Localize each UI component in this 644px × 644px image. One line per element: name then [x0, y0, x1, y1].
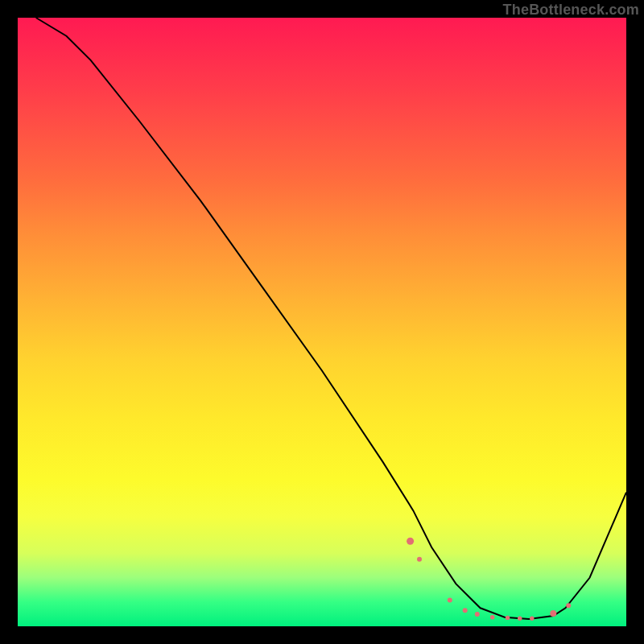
marker-group [407, 538, 571, 621]
marker-dot [566, 603, 571, 608]
marker-dot [407, 538, 414, 545]
marker-dot [518, 617, 522, 621]
curve-layer [18, 18, 626, 626]
marker-dot [448, 598, 452, 603]
marker-dot [490, 615, 494, 619]
chart-stage: { "watermark": "TheBottleneck.com", "cha… [0, 0, 644, 644]
marker-dot [550, 610, 556, 617]
watermark-label: TheBottleneck.com [503, 2, 639, 19]
marker-dot [475, 612, 480, 617]
marker-dot [506, 616, 510, 620]
marker-dot [417, 557, 422, 562]
marker-dot [463, 608, 468, 613]
bottleneck-curve [36, 18, 626, 619]
marker-dot [530, 617, 534, 621]
